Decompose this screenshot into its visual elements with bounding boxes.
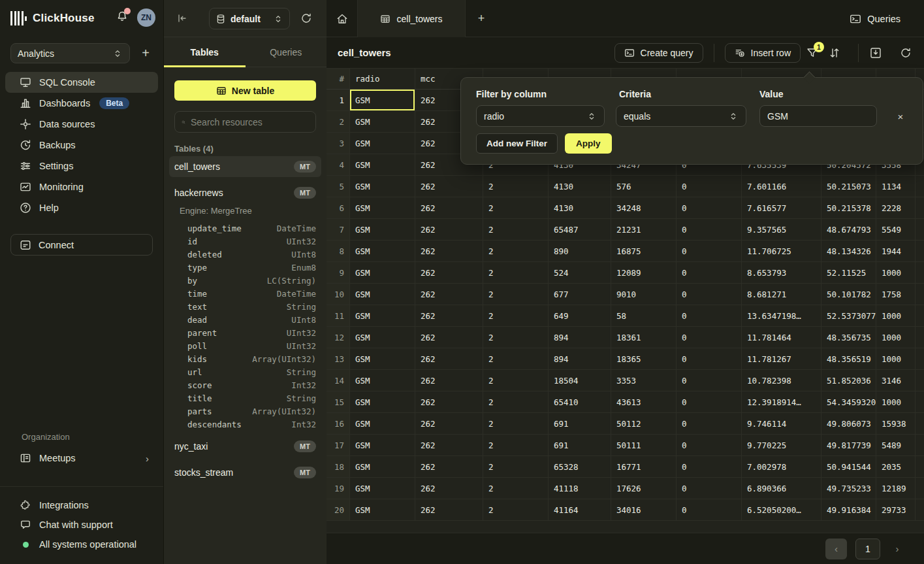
sidebar-item-help[interactable]: Help — [5, 197, 158, 218]
grid-cell[interactable]: 48.674793 — [821, 219, 876, 240]
grid-cell[interactable]: 262 — [415, 284, 483, 305]
grid-cell[interactable]: 7.601166 — [742, 176, 821, 197]
grid-cell[interactable]: 2 — [483, 197, 549, 218]
grid-cell[interactable]: 18365 — [611, 348, 677, 369]
grid-cell[interactable]: 2 — [483, 478, 549, 499]
grid-cell[interactable]: 262 — [415, 456, 483, 477]
grid-cell[interactable]: 0 — [677, 456, 742, 477]
collapse-panel-icon[interactable] — [176, 12, 189, 25]
notifications-bell-icon[interactable] — [116, 10, 128, 22]
grid-cell[interactable]: 7.002978 — [742, 456, 821, 477]
grid-cell[interactable]: 50111 — [611, 435, 677, 456]
grid-cell[interactable]: 34016 — [611, 499, 677, 520]
grid-cell[interactable]: 0 — [677, 327, 742, 348]
grid-cell[interactable]: 12189 — [876, 478, 916, 499]
grid-cell[interactable]: GSM — [350, 262, 415, 283]
grid-cell[interactable]: 5549 — [876, 219, 916, 240]
grid-cell[interactable]: 9.770225 — [742, 435, 821, 456]
grid-cell[interactable]: 894 — [549, 348, 611, 369]
grid-cell[interactable]: 9.746114 — [742, 413, 821, 434]
workspace-select[interactable]: Analytics — [10, 43, 130, 63]
row-number[interactable]: 1 — [327, 90, 350, 110]
database-select[interactable]: default — [209, 8, 290, 29]
grid-cell[interactable]: 50.101782 — [821, 284, 876, 305]
grid-cell[interactable]: 12089 — [611, 262, 677, 283]
sidebar-item-chat-support[interactable]: Chat with support — [5, 515, 158, 535]
grid-cell[interactable]: 0 — [677, 219, 742, 240]
grid-cell[interactable]: 41118 — [549, 478, 611, 499]
row-number[interactable]: 5 — [327, 176, 350, 197]
grid-cell[interactable]: 691 — [549, 413, 611, 434]
add-new-filter-button[interactable]: Add new Filter — [476, 133, 558, 154]
grid-cell[interactable]: 2 — [483, 413, 549, 434]
grid-cell[interactable]: 48.356735 — [821, 327, 876, 348]
grid-cell[interactable]: 17626 — [611, 478, 677, 499]
grid-cell[interactable]: 1000 — [876, 327, 916, 348]
row-number[interactable]: 6 — [327, 197, 350, 218]
avatar[interactable]: ZN — [137, 8, 155, 27]
sidebar-item-backups[interactable]: Backups — [5, 135, 158, 156]
filter-icon[interactable]: 1 — [806, 46, 819, 59]
table-list-item-cell_towers[interactable]: cell_towersMT — [169, 156, 321, 177]
new-table-button[interactable]: New table — [174, 80, 316, 101]
grid-cell[interactable]: 8.653793 — [742, 262, 821, 283]
grid-cell[interactable]: 21231 — [611, 219, 677, 240]
grid-cell[interactable]: GSM — [350, 456, 415, 477]
tab-queries[interactable]: Queries — [246, 37, 327, 67]
grid-cell[interactable]: 49.916384 — [821, 499, 876, 520]
grid-cell[interactable]: 65487 — [549, 219, 611, 240]
grid-cell[interactable]: GSM — [350, 241, 415, 261]
grid-cell[interactable]: 50112 — [611, 413, 677, 434]
grid-cell[interactable]: 262 — [415, 499, 483, 520]
row-number[interactable]: 2 — [327, 111, 350, 132]
grid-cell[interactable]: GSM — [350, 133, 415, 154]
grid-cell[interactable]: 3146 — [876, 370, 916, 391]
grid-cell[interactable]: 262 — [415, 348, 483, 369]
grid-cell[interactable]: 50.215378 — [821, 197, 876, 218]
grid-cell[interactable]: 262 — [415, 435, 483, 456]
filter-column-select[interactable]: radio — [476, 105, 605, 127]
grid-cell[interactable]: 691 — [549, 435, 611, 456]
grid-cell[interactable]: 52.11525 — [821, 262, 876, 283]
grid-cell[interactable]: 1000 — [876, 348, 916, 369]
grid-cell[interactable]: 2 — [483, 391, 549, 412]
grid-cell[interactable]: 890 — [549, 241, 611, 261]
grid-cell[interactable]: 2 — [483, 241, 549, 261]
row-number[interactable]: 18 — [327, 456, 350, 477]
grid-cell[interactable]: 7.616577 — [742, 197, 821, 218]
refresh-grid-icon[interactable] — [899, 46, 912, 59]
grid-cell[interactable]: GSM — [350, 154, 415, 175]
grid-cell[interactable]: 2035 — [876, 456, 916, 477]
grid-cell[interactable]: GSM — [350, 219, 415, 240]
grid-cell[interactable]: GSM — [350, 197, 415, 218]
row-number[interactable]: 20 — [327, 499, 350, 520]
queries-button[interactable]: Queries — [850, 0, 900, 37]
grid-cell[interactable]: GSM — [350, 478, 415, 499]
row-number[interactable]: 3 — [327, 133, 350, 154]
grid-cell[interactable]: GSM — [350, 435, 415, 456]
grid-cell[interactable]: 2 — [483, 435, 549, 456]
grid-cell[interactable]: 8.681271 — [742, 284, 821, 305]
sidebar-item-monitoring[interactable]: Monitoring — [5, 176, 158, 197]
grid-cell[interactable]: 0 — [677, 241, 742, 261]
close-filter-icon[interactable]: × — [893, 109, 908, 124]
grid-cell[interactable]: GSM — [350, 499, 415, 520]
sidebar-item-settings[interactable]: Settings — [5, 156, 158, 176]
grid-cell[interactable]: 0 — [677, 176, 742, 197]
grid-cell[interactable]: 677 — [549, 284, 611, 305]
grid-cell[interactable]: 48.356519 — [821, 348, 876, 369]
grid-cell[interactable]: 48.134326 — [821, 241, 876, 261]
filter-criteria-select[interactable]: equals — [616, 105, 746, 127]
grid-cell[interactable]: 576 — [611, 176, 677, 197]
add-workspace-button[interactable]: + — [136, 44, 155, 62]
row-number[interactable]: 19 — [327, 478, 350, 499]
grid-cell[interactable]: 262 — [415, 478, 483, 499]
row-number[interactable]: 15 — [327, 391, 350, 412]
grid-cell[interactable]: 50.215073 — [821, 176, 876, 197]
grid-cell[interactable]: 262 — [415, 197, 483, 218]
grid-cell[interactable]: GSM — [350, 176, 415, 197]
grid-cell[interactable]: 65410 — [549, 391, 611, 412]
row-number[interactable]: 7 — [327, 219, 350, 240]
row-number[interactable]: 10 — [327, 284, 350, 305]
grid-cell[interactable]: 262 — [415, 391, 483, 412]
